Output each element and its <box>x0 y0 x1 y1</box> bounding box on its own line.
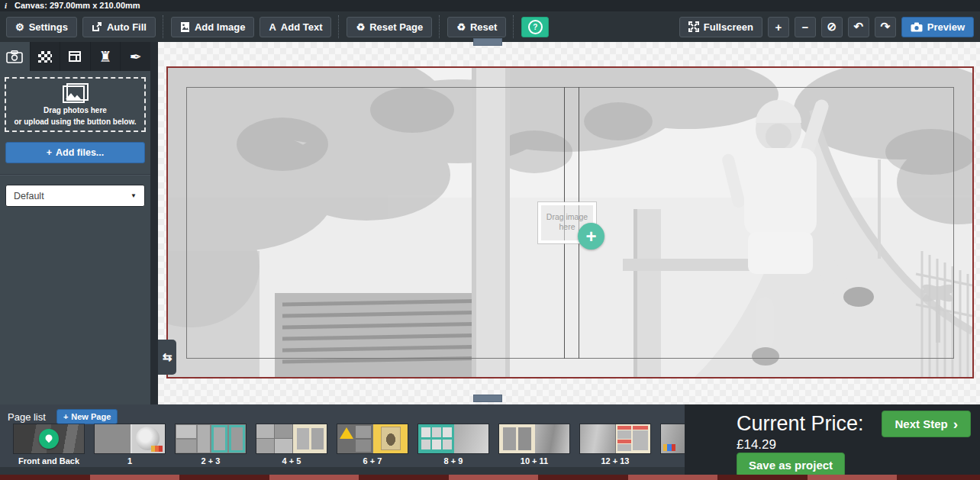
image-file-icon <box>180 21 190 33</box>
page-thumb-label: 6 + 7 <box>337 456 408 466</box>
undo-button[interactable]: ↶ <box>848 17 869 37</box>
page-thumb-label: 1 <box>95 456 165 466</box>
letter-a-icon: A <box>269 21 276 33</box>
reset-page-button[interactable]: ♻ Reset Page <box>347 17 432 37</box>
page-thumb-label: 4 + 5 <box>256 456 327 466</box>
toolbar-separator <box>338 15 340 38</box>
page-thumb-p1[interactable]: 1 <box>95 424 165 466</box>
sidebar-canvas-separator <box>150 42 158 404</box>
question-mark-icon: ? <box>528 20 543 34</box>
page-thumb-image[interactable] <box>256 424 327 453</box>
page-thumb-image[interactable] <box>418 424 488 453</box>
fullscreen-icon <box>688 21 699 32</box>
tab-layouts[interactable] <box>60 42 91 71</box>
page-thumb-cover[interactable]: Front and Back <box>14 424 84 466</box>
plus-icon: + <box>585 226 596 247</box>
page-thumbnails: Front and Back 1 2 + 3 4 + 5 6 + 7 8 + 9… <box>14 424 731 466</box>
page-thumb-image[interactable] <box>580 424 650 453</box>
redo-icon: ↷ <box>881 20 891 34</box>
page-thumb-label: 10 + 11 <box>499 456 569 466</box>
recycle-icon: ♻ <box>456 21 466 33</box>
price-panel: Current Price: £14.29 Save as project Ne… <box>685 404 980 480</box>
album-filter-value: Default <box>14 191 44 201</box>
page-thumb-label: Front and Back <box>14 456 84 466</box>
page-thumb-p45[interactable]: 4 + 5 <box>256 424 327 466</box>
tab-draw[interactable]: ✒ <box>121 42 150 71</box>
next-step-button[interactable]: Next Step › <box>882 411 971 437</box>
dropzone-text-line2: or upload using the button below. <box>14 117 136 127</box>
slash-circle-icon: ⊘ <box>827 20 837 34</box>
plus-icon: + <box>47 147 52 158</box>
plus-icon: + <box>775 21 782 34</box>
preview-button[interactable]: Preview <box>901 17 974 37</box>
zoom-reset-button[interactable]: ⊘ <box>821 17 843 37</box>
sidebar-divider <box>0 174 150 175</box>
page-thumb-image[interactable] <box>14 424 84 453</box>
fullscreen-button[interactable]: Fullscreen <box>679 17 762 37</box>
swap-pages-tab[interactable]: ⇆ <box>158 340 176 375</box>
tab-cliparts[interactable]: ♜ <box>91 42 121 71</box>
editor-canvas-area[interactable]: Drag image here + ⇆ <box>158 42 980 404</box>
reset-button[interactable]: ♻ Reset <box>447 17 506 37</box>
toolbar-separator <box>439 15 440 38</box>
toolbar-right-group: Fullscreen + − ⊘ ↶ ↷ Preview <box>679 17 974 37</box>
chevron-down-icon: ▼ <box>131 192 137 199</box>
recycle-icon: ♻ <box>356 21 365 33</box>
sidebar-tabstrip: ♜ ✒ <box>0 42 150 71</box>
canvas-info-bar: i Canvas: 297.00mm x 210.00mm <box>0 0 980 11</box>
add-files-button[interactable]: + Add files... <box>5 142 145 163</box>
chess-rook-icon: ♜ <box>99 48 112 66</box>
redo-button[interactable]: ↷ <box>875 17 896 37</box>
page-thumb-p1213[interactable]: 12 + 13 <box>580 424 650 466</box>
pen-nib-icon: ✒ <box>130 48 142 66</box>
chevron-right-icon: › <box>953 417 958 431</box>
dropzone-text-line1: Drag photos here <box>44 105 107 115</box>
page-spread[interactable]: Drag image here + <box>166 66 974 379</box>
info-icon: i <box>5 0 12 11</box>
page-thumb-image[interactable] <box>337 424 408 453</box>
auto-fill-icon <box>92 21 102 32</box>
bottom-drag-handle[interactable] <box>473 395 502 402</box>
layout-icon <box>69 51 81 62</box>
page-thumb-image[interactable] <box>95 424 165 453</box>
save-as-project-button[interactable]: Save as project <box>737 453 845 477</box>
page-thumb-image[interactable] <box>499 424 569 453</box>
undo-icon: ↶ <box>854 20 864 34</box>
page-thumb-p23[interactable]: 2 + 3 <box>176 424 246 466</box>
zoom-out-button[interactable]: − <box>795 17 816 37</box>
camera-icon <box>911 22 923 32</box>
new-page-button[interactable]: + New Page <box>56 409 118 424</box>
top-drag-handle[interactable] <box>473 38 502 46</box>
add-image-placeholder-button[interactable]: + <box>578 223 604 250</box>
toolbar-separator <box>513 15 514 38</box>
add-image-button[interactable]: Add Image <box>171 17 254 37</box>
add-text-button[interactable]: A Add Text <box>260 17 331 37</box>
camera-icon <box>6 50 23 63</box>
current-price-title: Current Price: <box>737 412 864 436</box>
zoom-in-button[interactable]: + <box>768 17 789 37</box>
photo-dropzone[interactable]: Drag photos here or upload using the but… <box>5 77 146 132</box>
page-thumb-label: 12 + 13 <box>580 456 650 466</box>
page-thumb-label: 2 + 3 <box>176 456 246 466</box>
help-button[interactable]: ? <box>521 17 549 37</box>
page-list-title: Page list <box>8 411 46 423</box>
photo-stack-icon <box>63 83 89 104</box>
tab-photos[interactable] <box>0 42 31 71</box>
photos-sidebar: ♜ ✒ Drag photos here or upload using the… <box>0 42 150 404</box>
plus-icon: + <box>63 412 68 421</box>
checkerboard-icon <box>38 51 52 63</box>
main-toolbar: ⚙ Settings Auto Fill Add Image A Add Tex… <box>0 11 980 42</box>
page-thumb-label: 8 + 9 <box>418 456 488 466</box>
settings-button[interactable]: ⚙ Settings <box>6 17 77 37</box>
page-thumb-image[interactable] <box>176 424 246 453</box>
auto-fill-button[interactable]: Auto Fill <box>82 17 156 37</box>
gear-icon: ⚙ <box>15 21 24 33</box>
toolbar-separator <box>163 15 164 38</box>
cropped-row-strip <box>0 475 980 480</box>
page-thumb-p67[interactable]: 6 + 7 <box>337 424 408 466</box>
tab-backgrounds[interactable] <box>31 42 61 71</box>
minus-icon: − <box>801 21 808 34</box>
page-thumb-p1011[interactable]: 10 + 11 <box>499 424 569 466</box>
page-thumb-p89[interactable]: 8 + 9 <box>418 424 488 466</box>
album-filter-select[interactable]: Default ▼ <box>5 185 145 207</box>
